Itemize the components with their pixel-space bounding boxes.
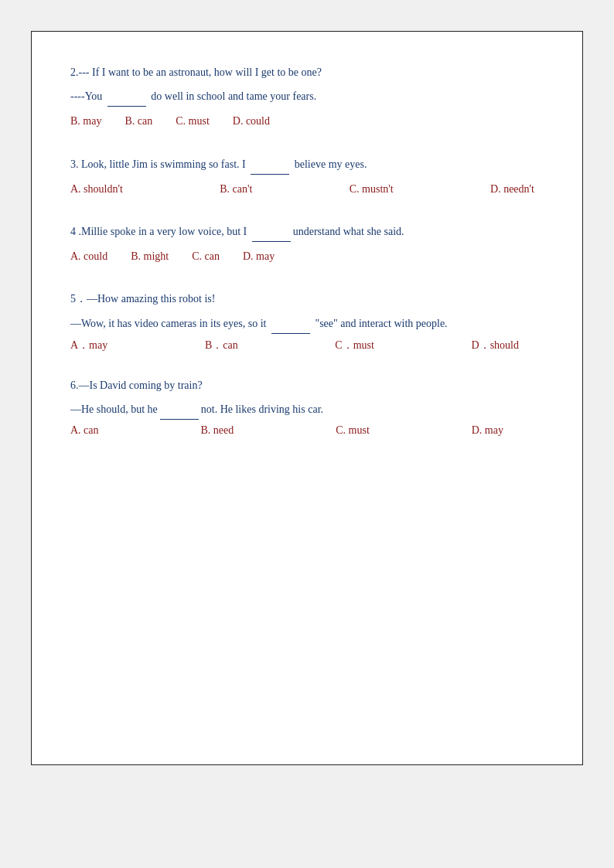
question-5: 5．—How amazing this robot is! —Wow, it h… [70,289,544,352]
q2-line2: ----You do well in school and tame your … [70,87,544,107]
q5-options: A．may B．can C．must D．should [70,339,519,352]
question-3: 3. Look, little Jim is swimming so fast.… [70,155,544,199]
q6-line2: —He should, but he not. He likes driving… [70,400,544,420]
q6-line1: 6.—Is David coming by train? [70,376,544,395]
q4-blank [252,222,291,242]
q6-options: A. can B. need C. must D. may [70,424,503,437]
q3-option-d: D. needn't [490,179,534,199]
q5-option-d: D．should [472,339,519,352]
q3-blank [251,155,289,175]
q6-option-b: B. need [201,424,234,437]
q3-option-c: C. mustn't [350,179,394,199]
q2-option-b-can: B. can [125,111,152,131]
q2-options: B. may B. can C. must D. could [70,111,544,131]
worksheet-page: 2.--- If I want to be an astronaut, how … [31,31,583,765]
q5-line1: 5．—How amazing this robot is! [70,289,544,308]
q6-option-a: A. can [70,424,99,437]
q2-option-b-may: B. may [70,111,101,131]
q4-option-c: C. can [192,247,220,266]
question-4: 4 .Millie spoke in a very low voice, but… [70,222,544,266]
q6-blank [160,400,199,420]
q5-line2: —Wow, it has video cameras in its eyes, … [70,314,544,334]
question-6: 6.—Is David coming by train? —He should,… [70,376,544,437]
q2-option-d-could: D. could [233,111,270,131]
q2-blank [107,87,146,107]
q3-option-a: A. shouldn't [70,179,123,199]
q6-option-c: C. must [336,424,370,437]
q4-option-d: D. may [243,247,275,266]
q3-sentence: 3. Look, little Jim is swimming so fast.… [70,155,544,175]
q5-option-c: C．must [335,339,374,352]
q2-option-c-must: C. must [176,111,210,131]
q4-sentence: 4 .Millie spoke in a very low voice, but… [70,222,544,242]
q6-option-d: D. may [472,424,503,437]
q4-option-b: B. might [131,247,169,266]
q5-option-b: B．can [205,339,238,352]
question-2: 2.--- If I want to be an astronaut, how … [70,63,544,131]
q2-line1: 2.--- If I want to be an astronaut, how … [70,63,544,82]
q5-blank [271,314,310,334]
q4-option-a: A. could [70,247,107,266]
q3-option-b: B. can't [220,179,252,199]
q4-options: A. could B. might C. can D. may [70,247,544,266]
q5-option-a: A．may [70,339,107,352]
q3-options: A. shouldn't B. can't C. mustn't D. need… [70,179,534,199]
